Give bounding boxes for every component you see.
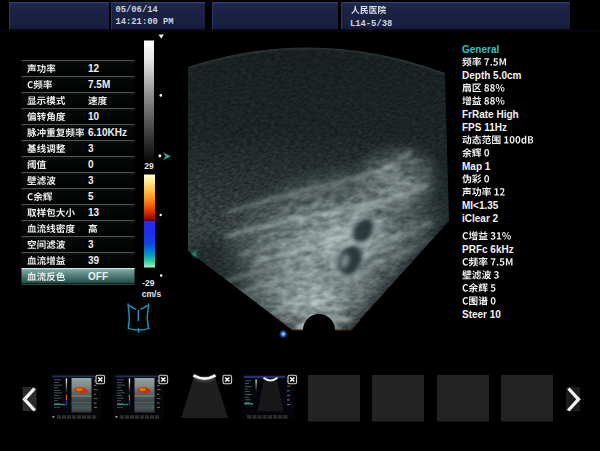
- svg-text:3: 3: [88, 175, 94, 186]
- svg-text:FrRate High: FrRate High: [462, 109, 519, 120]
- svg-text:Depth 5.0cm: Depth 5.0cm: [462, 70, 522, 81]
- svg-text:5: 5: [88, 191, 94, 202]
- svg-text:13: 13: [88, 207, 100, 218]
- svg-text:FPS 11Hz: FPS 11Hz: [462, 122, 507, 133]
- svg-text:12: 12: [88, 63, 100, 74]
- svg-text:General: General: [462, 44, 499, 55]
- svg-text:3: 3: [88, 143, 94, 154]
- svg-text:3: 3: [88, 239, 94, 250]
- svg-text:-29: -29: [142, 278, 155, 288]
- svg-text:0: 0: [88, 159, 94, 170]
- svg-text:29: 29: [144, 161, 154, 171]
- svg-text:6.10KHz: 6.10KHz: [88, 127, 127, 138]
- svg-text:L14-5/38: L14-5/38: [350, 19, 392, 29]
- svg-text:Steer 10: Steer 10: [462, 309, 501, 320]
- svg-text:05/06/14: 05/06/14: [116, 5, 159, 15]
- svg-text:10: 10: [88, 111, 100, 122]
- svg-text:39: 39: [88, 255, 100, 266]
- svg-text:MI<1.35: MI<1.35: [462, 200, 499, 211]
- svg-text:cm/s: cm/s: [142, 289, 162, 299]
- svg-text:Map 1: Map 1: [462, 161, 491, 172]
- svg-text:14:21:00 PM: 14:21:00 PM: [116, 17, 174, 27]
- svg-text:OFF: OFF: [88, 271, 108, 282]
- svg-text:iClear 2: iClear 2: [462, 213, 499, 224]
- svg-text:PRFc 6kHz: PRFc 6kHz: [462, 244, 514, 255]
- svg-text:7.5M: 7.5M: [88, 79, 110, 90]
